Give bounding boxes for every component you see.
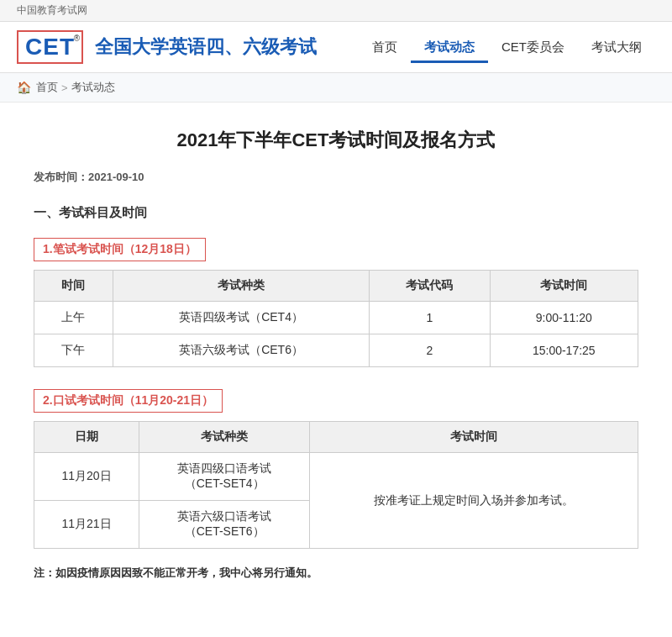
publish-date-value: 2021-09-10: [88, 171, 144, 183]
nav-news[interactable]: 考试动态: [411, 33, 488, 62]
oral-exam-title: 2.口试考试时间（11月20-21日）: [34, 389, 223, 413]
oral-row2-date: 11月21日: [34, 501, 139, 549]
written-row1-type: 英语四级考试（CET4）: [113, 302, 370, 334]
breadcrumb-separator: >: [61, 82, 68, 94]
breadcrumb-current: 考试动态: [71, 80, 115, 95]
written-col-duration: 考试时间: [490, 271, 638, 302]
oral-row2-type: 英语六级口语考试（CET-SET6）: [139, 501, 309, 549]
oral-col-date: 日期: [34, 422, 139, 453]
written-row2-time: 15:00-17:25: [490, 334, 638, 367]
header-left: CET ® 全国大学英语四、六级考试: [17, 30, 317, 64]
oral-rows-note: 按准考证上规定时间入场并参加考试。: [310, 453, 638, 549]
written-col-time: 时间: [34, 271, 113, 302]
top-bar-label: 中国教育考试网: [17, 4, 87, 16]
header: CET ® 全国大学英语四、六级考试 首页 考试动态 CET委员会 考试大纲: [0, 22, 672, 73]
section1-title: 一、考试科目及时间: [34, 205, 638, 221]
written-row2-type: 英语六级考试（CET6）: [113, 334, 370, 367]
note-strong: 注：如因疫情原因因致不能正常开考，我中心将另行通知。: [34, 566, 318, 579]
nav-committee[interactable]: CET委员会: [488, 33, 578, 62]
nav-home[interactable]: 首页: [359, 33, 411, 62]
publish-date-label: 发布时间：: [34, 171, 88, 183]
written-exam-title: 1.笔试考试时间（12月18日）: [34, 238, 206, 261]
oral-row1-type: 英语四级口语考试（CET-SET4）: [139, 453, 309, 501]
main-nav: 首页 考试动态 CET委员会 考试大纲: [359, 33, 655, 62]
table-row: 11月20日 英语四级口语考试（CET-SET4） 按准考证上规定时间入场并参加…: [34, 453, 638, 501]
logo-text: CET: [25, 34, 75, 60]
article-title: 2021年下半年CET考试时间及报名方式: [34, 128, 638, 153]
publish-date: 发布时间：2021-09-10: [34, 170, 638, 185]
written-row1-time: 9:00-11:20: [490, 302, 638, 334]
oral-col-time: 考试时间: [310, 422, 638, 453]
oral-exam-section: 2.口试考试时间（11月20-21日） 日期 考试种类 考试时间 11月20日 …: [34, 384, 638, 549]
breadcrumb-home[interactable]: 首页: [36, 80, 58, 95]
nav-syllabus[interactable]: 考试大纲: [578, 33, 655, 62]
home-icon: 🏠: [17, 81, 31, 94]
written-exam-section: 1.笔试考试时间（12月18日） 时间 考试种类 考试代码 考试时间 上午 英语…: [34, 233, 638, 367]
oral-row1-date: 11月20日: [34, 453, 139, 501]
logo-box: CET ®: [17, 30, 83, 64]
main-content: 2021年下半年CET考试时间及报名方式 发布时间：2021-09-10 一、考…: [17, 103, 655, 614]
written-col-type: 考试种类: [113, 271, 370, 302]
written-row2-period: 下午: [34, 334, 113, 367]
oral-col-type: 考试种类: [139, 422, 309, 453]
table-row: 上午 英语四级考试（CET4） 1 9:00-11:20: [34, 302, 638, 334]
table-row: 下午 英语六级考试（CET6） 2 15:00-17:25: [34, 334, 638, 367]
site-title: 全国大学英语四、六级考试: [95, 34, 317, 60]
written-col-code: 考试代码: [370, 271, 490, 302]
written-exam-table: 时间 考试种类 考试代码 考试时间 上午 英语四级考试（CET4） 1 9:00…: [34, 270, 638, 367]
written-row1-code: 1: [370, 302, 490, 334]
top-bar: 中国教育考试网: [0, 0, 672, 22]
written-row2-code: 2: [370, 334, 490, 367]
breadcrumb: 🏠 首页 > 考试动态: [0, 73, 672, 103]
written-row1-period: 上午: [34, 302, 113, 334]
logo-registered: ®: [74, 34, 80, 43]
article-note: 注：如因疫情原因因致不能正常开考，我中心将另行通知。: [34, 566, 638, 581]
oral-exam-table: 日期 考试种类 考试时间 11月20日 英语四级口语考试（CET-SET4） 按…: [34, 421, 638, 549]
